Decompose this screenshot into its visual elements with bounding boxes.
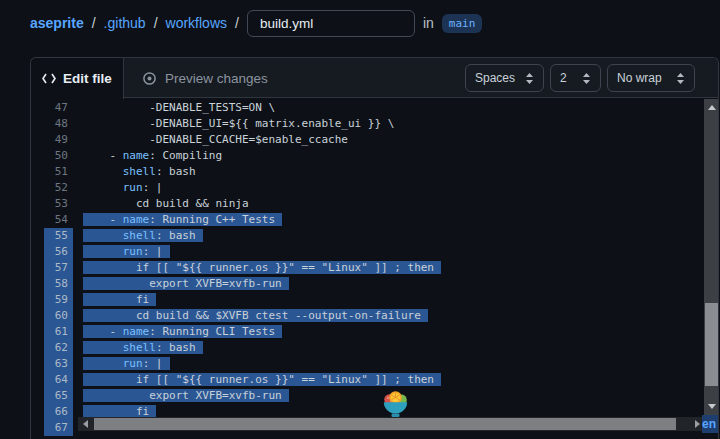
code-line-text[interactable]: export XVFB=xvfb-run <box>83 388 289 404</box>
line-number[interactable]: 53 <box>44 196 73 212</box>
code-editor[interactable]: 47 -DENABLE_TESTS=ON \48 -DENABLE_UI=${{… <box>31 99 718 439</box>
line-number[interactable]: 55 <box>44 228 73 244</box>
breadcrumb-separator: / <box>92 15 96 31</box>
line-number[interactable]: 50 <box>44 148 73 164</box>
scroll-right-arrow-icon <box>695 420 700 428</box>
code-lines: 47 -DENABLE_TESTS=ON \48 -DENABLE_UI=${{… <box>31 100 718 436</box>
gutter-padding <box>31 196 44 212</box>
gutter-padding <box>31 132 44 148</box>
scroll-left-arrow-icon <box>83 420 88 428</box>
code-line-text[interactable]: - name: Compiling <box>83 148 222 164</box>
indent-size-value: 2 <box>560 71 567 85</box>
code-line-text[interactable]: - name: Running CLI Tests <box>83 324 282 340</box>
wrap-mode-select[interactable]: No wrap <box>607 64 695 92</box>
gutter-padding <box>31 372 44 388</box>
line-number[interactable]: 51 <box>44 164 73 180</box>
updown-arrows-icon <box>676 72 685 85</box>
breadcrumb-repo-link[interactable]: aseprite <box>30 15 84 31</box>
horizontal-scrollbar[interactable] <box>78 417 704 431</box>
wrap-mode-value: No wrap <box>617 71 662 85</box>
scroll-down-button[interactable] <box>704 400 718 413</box>
code-icon <box>42 73 56 84</box>
indent-mode-select[interactable]: Spaces <box>465 64 544 92</box>
line-number[interactable]: 63 <box>44 356 73 372</box>
gutter-padding <box>31 100 44 116</box>
code-line: 50 - name: Compiling <box>31 148 718 164</box>
indent-size-select[interactable]: 2 <box>550 64 601 92</box>
code-line: 53 cd build && ninja <box>31 196 718 212</box>
gutter-padding <box>31 308 44 324</box>
code-line: 60 cd build && $XVFB ctest --output-on-f… <box>31 308 718 324</box>
code-line-text[interactable]: -DENABLE_CCACHE=$enable_ccache <box>83 132 348 148</box>
code-line-text[interactable]: if [[ "${{ runner.os }}" == "Linux" ]] ;… <box>83 260 441 276</box>
gutter-padding <box>31 388 44 404</box>
gutter-padding <box>31 260 44 276</box>
code-line-text[interactable]: run: | <box>83 244 170 260</box>
code-line: 59 fi <box>31 292 718 308</box>
line-number[interactable]: 48 <box>44 116 73 132</box>
file-editor-panel: Edit file Preview changes Spaces 2 No wr… <box>30 57 719 439</box>
gutter-padding <box>31 244 44 260</box>
code-line-text[interactable]: -DENABLE_UI=${{ matrix.enable_ui }} \ <box>83 116 394 132</box>
code-line-text[interactable]: cd build && $XVFB ctest --output-on-fail… <box>83 308 428 324</box>
code-line-text[interactable]: shell: bash <box>83 164 196 180</box>
code-line: 51 shell: bash <box>31 164 718 180</box>
code-line-text[interactable]: shell: bash <box>83 340 203 356</box>
partial-link-text[interactable]: en <box>702 415 718 433</box>
branch-badge[interactable]: main <box>442 14 483 33</box>
line-number[interactable]: 62 <box>44 340 73 356</box>
tab-edit-file[interactable]: Edit file <box>31 58 124 99</box>
line-number[interactable]: 47 <box>44 100 73 116</box>
breadcrumb-dir-workflows-link[interactable]: workflows <box>166 15 227 31</box>
eye-icon <box>142 71 157 86</box>
code-line: 52 run: | <box>31 180 718 196</box>
line-number[interactable]: 54 <box>44 212 73 228</box>
breadcrumb-dir-github-link[interactable]: .github <box>104 15 146 31</box>
code-line-text[interactable]: shell: bash <box>83 228 203 244</box>
scroll-left-button[interactable] <box>78 417 92 431</box>
code-line-text[interactable]: if [[ "${{ runner.os }}" == "Linux" ]] ;… <box>83 372 441 388</box>
code-line-text[interactable]: -DENABLE_TESTS=ON \ <box>83 100 275 116</box>
tab-edit-file-label: Edit file <box>63 71 112 86</box>
gutter-padding <box>31 116 44 132</box>
vertical-scrollbar-thumb[interactable] <box>705 303 718 386</box>
gutter-padding <box>31 164 44 180</box>
line-number[interactable]: 59 <box>44 292 73 308</box>
line-number[interactable]: 64 <box>44 372 73 388</box>
line-number[interactable]: 65 <box>44 388 73 404</box>
code-line: 63 run: | <box>31 356 718 372</box>
code-line: 58 export XVFB=xvfb-run <box>31 276 718 292</box>
gutter-padding <box>31 292 44 308</box>
tab-preview-changes[interactable]: Preview changes <box>126 58 284 98</box>
code-line: 57 if [[ "${{ runner.os }}" == "Linux" ]… <box>31 260 718 276</box>
gutter-padding <box>31 324 44 340</box>
vertical-scrollbar[interactable] <box>704 99 718 415</box>
line-number[interactable]: 58 <box>44 276 73 292</box>
code-line: 55 shell: bash <box>31 228 718 244</box>
breadcrumb: aseprite / .github / workflows / in main <box>30 7 482 39</box>
code-line-text[interactable]: fi <box>83 292 156 308</box>
horizontal-scrollbar-thumb[interactable] <box>94 418 676 430</box>
in-label: in <box>423 15 434 31</box>
code-line: 56 run: | <box>31 244 718 260</box>
code-line-text[interactable]: export XVFB=xvfb-run <box>83 276 289 292</box>
line-number[interactable]: 66 <box>44 404 73 420</box>
line-number[interactable]: 67 <box>44 420 73 436</box>
line-number[interactable]: 60 <box>44 308 73 324</box>
code-line: 62 shell: bash <box>31 340 718 356</box>
gutter-padding <box>31 180 44 196</box>
line-number[interactable]: 49 <box>44 132 73 148</box>
code-line: 61 - name: Running CLI Tests <box>31 324 718 340</box>
code-line-text[interactable]: run: | <box>83 180 163 196</box>
tab-preview-changes-label: Preview changes <box>165 71 268 86</box>
scroll-up-button[interactable] <box>704 101 718 114</box>
filename-input[interactable] <box>247 10 415 37</box>
line-number[interactable]: 56 <box>44 244 73 260</box>
line-number[interactable]: 61 <box>44 324 73 340</box>
breadcrumb-separator: / <box>154 15 158 31</box>
code-line-text[interactable]: run: | <box>83 356 170 372</box>
code-line-text[interactable]: cd build && ninja <box>83 196 249 212</box>
line-number[interactable]: 57 <box>44 260 73 276</box>
code-line-text[interactable]: - name: Running C++ Tests <box>83 212 282 228</box>
line-number[interactable]: 52 <box>44 180 73 196</box>
